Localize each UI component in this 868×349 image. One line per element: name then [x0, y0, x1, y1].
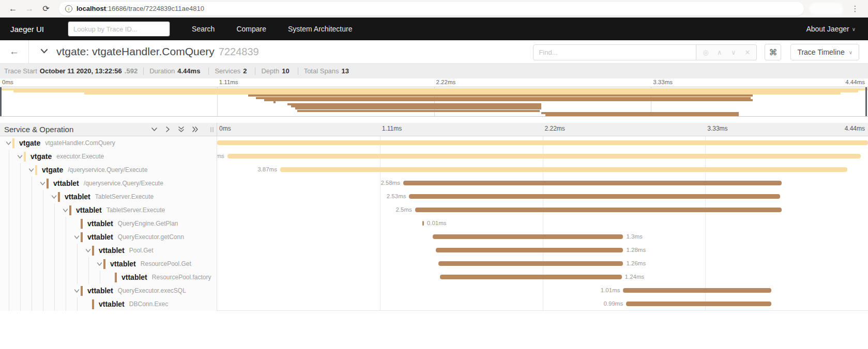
span-collapse-icon[interactable] — [61, 208, 69, 213]
summary-value: 13 — [342, 67, 349, 75]
browser-refresh-icon[interactable]: ⟳ — [39, 2, 53, 15]
span-row: vttablet /queryservice.Query/Execute 2.5… — [0, 177, 868, 190]
span-collapse-icon[interactable] — [4, 141, 12, 146]
span-timeline-cell[interactable]: 1.24ms — [217, 271, 868, 284]
span-timeline-cell[interactable]: 1.28ms — [217, 244, 868, 257]
timeline-column-headers: Service & Operation 0ms1.11ms2.22ms3.33m… — [0, 123, 868, 136]
focus-match-icon[interactable]: ◎ — [698, 45, 712, 60]
span-collapse-icon[interactable] — [72, 221, 81, 226]
tick-label: 3.33ms — [707, 125, 727, 132]
about-jaeger-menu[interactable]: About Jaeger ∨ — [806, 25, 856, 33]
span-duration-bar[interactable] — [438, 261, 623, 266]
tick-label: 2.22ms — [545, 125, 565, 132]
span-tree-item[interactable]: vttablet ResourcePool.factory — [0, 271, 217, 284]
span-duration-bar[interactable] — [409, 194, 780, 199]
span-duration-bar[interactable] — [440, 275, 622, 279]
trace-id: 7224839 — [219, 46, 259, 57]
browser-back-icon[interactable]: ← — [6, 2, 20, 15]
span-timeline-cell[interactable]: 2.53ms — [217, 190, 868, 203]
span-collapse-icon[interactable] — [27, 168, 35, 172]
span-tree-item[interactable]: vttablet QueryExecutor.execSQL — [0, 284, 217, 297]
expand-one-icon[interactable] — [165, 126, 171, 133]
collapse-all-icon[interactable] — [178, 126, 185, 133]
summary-label: Duration — [149, 67, 175, 75]
span-tree-item[interactable]: vttablet TabletServer.Execute — [0, 203, 217, 217]
expand-all-icon[interactable] — [192, 126, 199, 133]
page-info-icon[interactable]: i — [65, 5, 72, 12]
service-name: vtgate — [42, 166, 63, 174]
span-tree-item[interactable]: vttablet /queryservice.Query/Execute — [0, 177, 217, 190]
find-input[interactable] — [533, 44, 696, 60]
service-name: vttablet — [121, 273, 147, 281]
span-timeline-cell[interactable]: 1.01ms — [217, 284, 868, 297]
summary-item: Duration4.44ms — [149, 67, 203, 75]
browser-forward-icon[interactable]: → — [23, 2, 36, 15]
span-timeline-cell[interactable]: 1.3ms — [217, 230, 868, 244]
back-button[interactable]: ← — [0, 40, 29, 63]
span-collapse-icon[interactable] — [72, 289, 81, 293]
span-collapse-icon[interactable] — [84, 248, 92, 253]
span-tree-item[interactable]: vttablet TabletServer.Execute — [0, 190, 217, 203]
span-tree-item[interactable]: vttablet QueryEngine.GetPlan — [0, 217, 217, 230]
span-duration-bar[interactable] — [217, 140, 868, 145]
jaeger-logo[interactable]: Jaeger UI — [10, 25, 44, 34]
span-duration-bar[interactable] — [227, 154, 861, 158]
span-tree-item[interactable]: vtgate vtgateHandler.ComQuery — [0, 136, 217, 150]
span-timeline-cell[interactable]: ms — [217, 150, 868, 163]
span-duration-bar[interactable] — [280, 167, 847, 172]
span-duration-bar[interactable] — [403, 181, 782, 185]
span-tree-item[interactable]: vtgate /queryservice.Query/Execute — [0, 163, 217, 177]
previous-match-icon[interactable]: ∧ — [712, 45, 726, 60]
span-collapse-icon[interactable] — [84, 302, 92, 307]
browser-menu-icon[interactable]: ⋮ — [848, 2, 862, 15]
span-duration-bar[interactable] — [433, 234, 623, 239]
span-timeline-cell[interactable]: 2.5ms — [217, 203, 868, 217]
service-color-strip — [81, 286, 83, 296]
column-resize-grip[interactable] — [210, 127, 214, 132]
span-duration-bar[interactable] — [415, 208, 782, 212]
span-collapse-icon[interactable] — [38, 181, 47, 186]
span-timeline-cell[interactable]: 2.58ms — [217, 177, 868, 190]
clear-find-icon[interactable]: ✕ — [740, 45, 754, 60]
nav-link-compare[interactable]: Compare — [236, 25, 266, 33]
span-timeline-cell[interactable] — [217, 136, 868, 150]
trace-minimap[interactable] — [0, 87, 868, 117]
span-collapse-icon[interactable] — [95, 262, 103, 266]
address-bar[interactable]: i localhost:16686/trace/7224839c11ae4810 — [59, 2, 804, 15]
tick-label: 1.11ms — [219, 79, 238, 85]
collapse-trace-detail-icon[interactable] — [40, 47, 48, 56]
trace-view-selector[interactable]: Trace Timeline ∨ — [790, 44, 859, 60]
operation-name: executor.Execute — [56, 153, 104, 160]
span-duration-bar[interactable] — [422, 221, 424, 226]
trace-id-lookup-input[interactable] — [68, 21, 170, 37]
span-collapse-icon[interactable] — [16, 154, 24, 159]
span-collapse-icon[interactable] — [106, 275, 115, 280]
span-tree-item[interactable]: vtgate executor.Execute — [0, 150, 217, 163]
minimap-left-scrubber[interactable] — [0, 87, 2, 116]
span-tree-item[interactable]: vttablet Pool.Get — [0, 244, 217, 257]
summary-item: Depth10 — [261, 67, 292, 75]
collapse-one-icon[interactable] — [151, 126, 158, 132]
span-tree-item[interactable]: vttablet ResourcePool.Get — [0, 257, 217, 271]
span-tree-item[interactable]: vttablet QueryExecutor.getConn — [0, 230, 217, 244]
span-row: vttablet QueryExecutor.getConn 1.3ms — [0, 230, 868, 244]
span-duration-bar[interactable] — [626, 302, 771, 306]
span-timeline-cell[interactable]: 0.99ms — [217, 297, 868, 311]
summary-value-suffix: .592 — [125, 67, 138, 75]
nav-link-search[interactable]: Search — [192, 25, 215, 33]
span-tree-item[interactable]: vttablet DBConn.Exec — [0, 297, 217, 311]
tick-label: 0ms — [219, 125, 231, 132]
next-match-icon[interactable]: ∨ — [726, 45, 740, 60]
nav-link-system-architecture[interactable]: System Architecture — [288, 25, 353, 33]
span-timeline-cell[interactable]: 0.01ms — [217, 217, 868, 230]
span-timeline-cell[interactable]: 1.26ms — [217, 257, 868, 271]
span-timeline-cell[interactable]: 3.87ms — [217, 163, 868, 177]
span-duration-bar[interactable] — [623, 288, 771, 293]
span-row: vtgate vtgateHandler.ComQuery — [0, 136, 868, 150]
keyboard-shortcuts-button[interactable]: ⌘ — [765, 44, 781, 60]
minimap-right-scrubber[interactable] — [865, 87, 867, 116]
span-collapse-icon[interactable] — [50, 195, 58, 199]
span-duration-bar[interactable] — [436, 248, 623, 252]
span-collapse-icon[interactable] — [72, 235, 81, 240]
url-text[interactable]: localhost:16686/trace/7224839c11ae4810 — [77, 5, 204, 12]
